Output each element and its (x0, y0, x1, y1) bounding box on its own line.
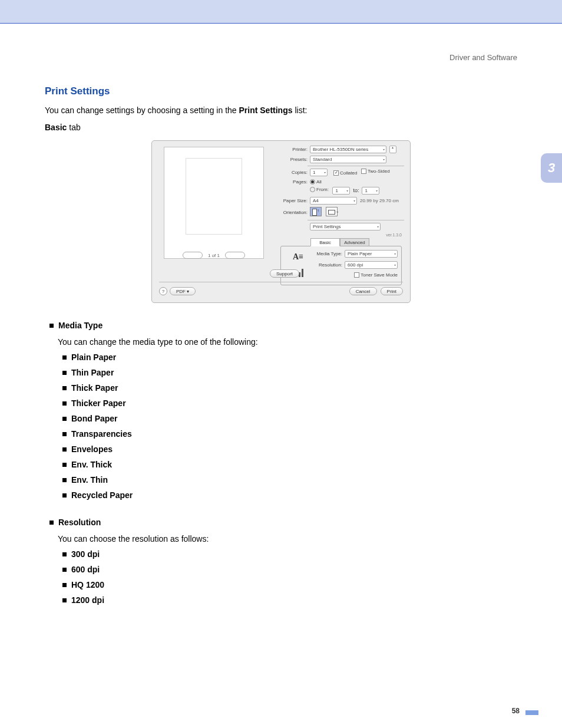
list-item-label: 600 dpi (71, 565, 100, 574)
dialog-footer: ? PDF ▾ Cancel Print (159, 282, 403, 295)
tab-subhead: Basic tab (45, 123, 517, 132)
orientation-portrait-button[interactable] (310, 207, 322, 216)
list-item-label: Env. Thick (71, 460, 112, 469)
pager-first-button[interactable] (183, 252, 203, 259)
list-item-label: HQ 1200 (71, 580, 104, 589)
papersize-label: Paper Size: (271, 198, 308, 203)
lead-text-after: list: (293, 106, 308, 115)
presets-label: Presets: (271, 157, 308, 162)
cancel-button[interactable]: Cancel (349, 287, 377, 295)
pages-all-radio[interactable]: All (310, 179, 322, 185)
tonersave-label: Toner Save Mode (361, 272, 398, 278)
bullet-icon (62, 552, 67, 556)
tab-advanced[interactable]: Advanced (340, 238, 369, 246)
collated-label: Collated (340, 170, 357, 176)
bullet-icon (62, 355, 67, 360)
printsettings-select[interactable]: Print Settings (310, 223, 381, 230)
resolution-list: 300 dpi600 dpiHQ 12001200 dpi (62, 549, 517, 605)
pdf-button[interactable]: PDF ▾ (170, 287, 196, 295)
breadcrumb: Driver and Software (45, 53, 517, 62)
subhead-after: tab (67, 123, 80, 132)
list-item: Env. Thin (62, 475, 517, 485)
presets-select[interactable]: Standard (310, 156, 386, 163)
list-item-label: Thicker Paper (71, 398, 126, 408)
collated-checkbox[interactable]: ✓Collated (333, 170, 357, 176)
page-footer: 58 (512, 707, 538, 715)
bullet-icon (62, 447, 67, 452)
list-item-label: Transparencies (71, 429, 132, 439)
list-item-label: Thick Paper (71, 383, 118, 393)
page-number: 58 (512, 707, 520, 715)
papersize-dimensions: 20.99 by 29.70 cm (360, 198, 399, 203)
preview-pager: 1 of 1 (164, 252, 264, 259)
list-item: 600 dpi (62, 565, 517, 574)
list-item: HQ 1200 (62, 580, 517, 589)
pages-from-input[interactable]: 1 (332, 187, 350, 195)
divider (308, 220, 404, 220)
copies-input[interactable]: 1 (310, 169, 328, 176)
bullet-icon (62, 401, 67, 406)
pager-last-button[interactable] (225, 252, 245, 259)
list-item: 1200 dpi (62, 595, 517, 605)
list-item: Envelopes (62, 444, 517, 454)
tonersave-checkbox[interactable]: Toner Save Mode (354, 272, 398, 278)
twosided-checkbox[interactable]: Two-Sided (361, 169, 390, 174)
lead-text-before: You can change settings by choosing a se… (45, 106, 239, 115)
resolution-heading-text: Resolution (58, 518, 101, 527)
list-item: 300 dpi (62, 549, 517, 559)
bullet-icon (49, 521, 54, 525)
chapter-tab: 3 (541, 153, 562, 183)
list-item: Bond Paper (62, 414, 517, 423)
print-button[interactable]: Print (381, 287, 403, 295)
copies-label: Copies: (271, 170, 308, 175)
divider (308, 166, 404, 166)
list-item-label: Envelopes (71, 444, 113, 454)
pages-to-input[interactable]: 1 (362, 187, 379, 195)
mediatype-label: Media Type: (317, 251, 342, 256)
media-type-heading-text: Media Type (58, 321, 103, 330)
media-type-intro: You can change the media type to one of … (58, 337, 517, 347)
list-item: Plain Paper (62, 353, 517, 362)
resolution-select[interactable]: 600 dpi (345, 261, 398, 269)
footer-accent (525, 710, 538, 715)
pager-label: 1 of 1 (208, 253, 220, 258)
pages-to-label: to: (353, 187, 359, 193)
resolution-intro: You can choose the resolution as follows… (58, 534, 517, 543)
section-title: Print Settings (45, 85, 517, 97)
print-form: Printer: Brother HL-5350DN series ▴ Pres… (271, 146, 404, 286)
printer-arrow-button[interactable]: ▴ (389, 146, 396, 153)
help-button[interactable]: ? (159, 287, 167, 295)
list-item: Thick Paper (62, 383, 517, 393)
bullet-icon (62, 386, 67, 390)
top-band (0, 0, 562, 24)
tab-basic[interactable]: Basic (310, 238, 340, 246)
pages-from-radio[interactable]: From: (310, 187, 329, 192)
pages-label: Pages: (271, 179, 308, 185)
list-item-label: 300 dpi (71, 549, 100, 559)
list-item-label: Plain Paper (71, 353, 116, 362)
list-item-label: Bond Paper (71, 414, 118, 423)
list-item: Recycled Paper (62, 490, 517, 500)
list-item: Thin Paper (62, 368, 517, 377)
resolution-heading: Resolution (49, 518, 517, 527)
bullet-icon (62, 583, 67, 587)
bullet-icon (62, 478, 67, 482)
orientation-landscape-button[interactable] (326, 207, 338, 216)
mediatype-select[interactable]: Plain Paper (345, 250, 398, 258)
resolution-label: Resolution: (319, 262, 342, 268)
pages-from-label: From: (316, 187, 329, 192)
printer-select[interactable]: Brother HL-5350DN series (310, 146, 386, 153)
list-item-label: Env. Thin (71, 475, 108, 485)
bullet-icon (62, 463, 67, 467)
media-type-list: Plain PaperThin PaperThick PaperThicker … (62, 353, 517, 500)
papersize-select[interactable]: A4 (310, 197, 357, 205)
lead-text-bold: Print Settings (239, 106, 293, 115)
subhead-bold: Basic (45, 123, 67, 132)
a-icon: A≡ (293, 252, 303, 262)
bullet-icon (62, 598, 67, 602)
list-item: Thicker Paper (62, 398, 517, 408)
list-item-label: 1200 dpi (71, 595, 104, 605)
list-item-label: Recycled Paper (71, 490, 133, 500)
media-type-heading: Media Type (49, 321, 517, 330)
support-button[interactable]: Support (270, 269, 299, 278)
